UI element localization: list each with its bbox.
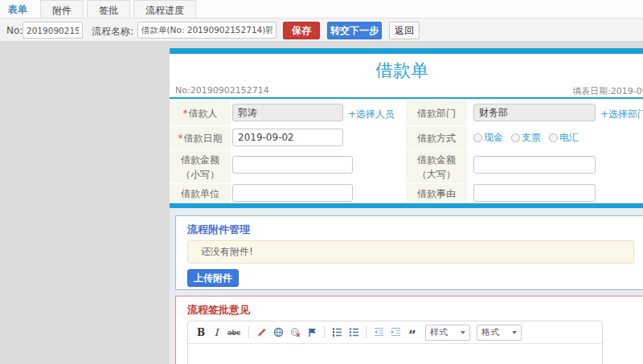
amount-upper-label: 借款金额（大写） [406,151,467,183]
toolbar-separator [366,326,367,338]
radio-icon[interactable] [511,133,520,142]
approval-comment-editor[interactable]: B I abc [187,321,603,364]
department-label: 借款部门 [406,100,467,125]
borrow-method-radios: 现金 支票 电汇 [473,131,584,145]
attachments-heading: 流程附件管理 [187,223,250,237]
borrower-label: *借款人 [170,100,231,125]
editor-toolbar: B I abc [188,321,602,344]
chevron-down-icon [461,331,465,334]
radio-icon[interactable] [473,133,482,142]
editor-content-area[interactable] [188,344,602,364]
anchor-flag-icon[interactable] [305,325,318,340]
format-dropdown[interactable]: 格式 [477,325,522,341]
outdent-icon[interactable] [372,325,385,340]
borrow-unit-label: 借款单位 [170,184,231,203]
select-person-link[interactable]: +选择人员 [348,108,395,121]
bold-button[interactable]: B [195,325,207,340]
approval-heading: 流程签批意见 [187,303,250,317]
amount-upper-input[interactable] [473,156,596,174]
form-panel: 借款单 No:20190902152714 填表日期:2019-09-02 15… [170,48,643,364]
tab-attachment[interactable]: 附件 [40,0,84,18]
required-asterisk: * [183,108,188,119]
borrow-reason-label: 借款事由 [406,184,467,203]
approval-section: 流程签批意见 B I abc [175,296,643,364]
blockquote-button[interactable]: ” [406,325,419,340]
borrower-input[interactable] [232,104,343,121]
tab-form[interactable]: 表单 [0,0,37,18]
page: { "tabs": [ { "label": "表单", "active": t… [0,0,643,364]
process-name-label: 流程名称: [92,25,133,39]
strikethrough-button[interactable]: abc [225,325,243,340]
required-asterisk: * [178,133,183,144]
borrow-unit-input[interactable] [232,184,353,202]
amount-lower-label: 借款金额（小写） [170,151,231,183]
borrow-method-label: 借款方式 [406,126,467,150]
link-icon[interactable] [272,325,285,340]
remove-format-icon[interactable] [255,325,268,340]
toolbar-separator [324,326,325,338]
numbered-list-icon[interactable] [330,325,343,340]
next-step-button[interactable]: 转交下一步 [327,22,382,39]
upload-attachment-button[interactable]: 上传附件 [187,269,239,287]
form-title: 借款单 [170,59,634,83]
radio-wire[interactable]: 电汇 [549,131,579,145]
no-input[interactable] [23,22,83,39]
indent-icon[interactable] [389,325,402,340]
process-name-input[interactable] [137,22,276,39]
chevron-down-icon [512,331,517,334]
sections-area: 流程附件管理 还没有附件! 上传附件 流程签批意见 B I abc [170,208,643,364]
save-button[interactable]: 保存 [283,22,320,39]
tab-approval[interactable]: 签批 [87,0,130,18]
borrow-date-label: *借款日期 [170,126,231,150]
bulleted-list-icon[interactable] [347,325,360,340]
amount-lower-input[interactable] [232,156,353,174]
italic-button[interactable]: I [211,325,221,340]
borrow-date-input[interactable] [232,129,343,146]
attachments-section: 流程附件管理 还没有附件! 上传附件 [175,215,643,290]
toolbar-row: No: 流程名称: 保存 转交下一步 返回 [0,18,643,42]
toolbar-separator [248,326,249,338]
tab-progress[interactable]: 流程进度 [133,0,196,18]
borrow-reason-input[interactable] [473,184,596,202]
document-number: No:20190902152714 [175,85,269,96]
styles-dropdown[interactable]: 样式 [425,325,470,341]
back-button[interactable]: 返回 [389,22,420,39]
radio-check[interactable]: 支票 [511,131,541,145]
department-input[interactable] [473,104,596,121]
no-label: No: [6,25,23,36]
radio-icon[interactable] [549,133,558,142]
no-attachments-alert: 还没有附件! [187,240,634,264]
unlink-icon[interactable] [289,325,301,340]
fill-date: 填表日期:2019-09-02 15:27:1 [572,85,643,97]
radio-cash[interactable]: 现金 [473,131,503,145]
select-department-link[interactable]: +选择部门 [600,108,643,121]
top-accent-bar [170,48,643,54]
title-divider [170,97,643,99]
tab-bar: 表单 附件 签批 流程进度 [0,0,643,18]
